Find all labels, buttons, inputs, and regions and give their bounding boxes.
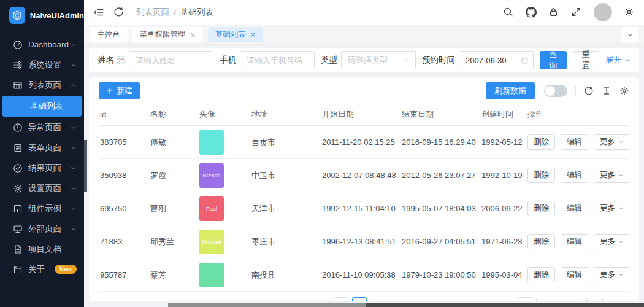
cell-end-date: 1995-05-07 18:04:03: [401, 192, 480, 225]
row-height-icon[interactable]: [602, 86, 611, 96]
reload-icon[interactable]: [113, 7, 125, 18]
sidebar-item-form-pages[interactable]: 表单页面: [0, 138, 84, 158]
name-input[interactable]: [129, 51, 213, 69]
date-picker[interactable]: [459, 51, 534, 69]
breadcrumb-parent[interactable]: 列表页面: [136, 7, 169, 18]
prev-page-button[interactable]: [334, 297, 348, 301]
cell-name: 罗霞: [149, 159, 198, 192]
edit-button[interactable]: 编辑: [561, 201, 588, 216]
close-icon[interactable]: [250, 32, 256, 37]
user-avatar[interactable]: [594, 3, 612, 21]
page-number[interactable]: 2: [370, 297, 385, 301]
table-toolbar: 新建 刷新数据: [99, 82, 629, 99]
jump-input[interactable]: [602, 297, 629, 301]
edit-button[interactable]: 编辑: [561, 234, 588, 249]
delete-button[interactable]: 删除: [527, 168, 555, 183]
page-number[interactable]: 1: [352, 297, 367, 301]
chevron-down-icon: [71, 125, 77, 131]
column-settings-gear-icon[interactable]: [619, 86, 629, 96]
page-number[interactable]: 6: [444, 297, 459, 301]
type-select-placeholder: 请选择类型: [348, 55, 388, 66]
more-button[interactable]: 更多: [594, 267, 629, 282]
edit-button[interactable]: 编辑: [561, 168, 588, 183]
sidebar-item-result-pages[interactable]: 结果页面: [0, 158, 84, 178]
refresh-data-button[interactable]: 刷新数据: [486, 82, 535, 99]
logo[interactable]: NaiveUiAdmin: [0, 0, 84, 31]
sidebar-item-basic-list[interactable]: 基础列表: [2, 96, 82, 117]
more-button[interactable]: 更多: [594, 168, 629, 183]
sidebar-item-component-examples[interactable]: 组件示例: [0, 198, 84, 219]
delete-button[interactable]: 删除: [527, 134, 555, 150]
more-button[interactable]: 更多: [594, 201, 629, 216]
calendar-icon: [521, 56, 529, 64]
sidebar-item-system-settings[interactable]: 系统设置: [0, 55, 84, 75]
search-icon[interactable]: [503, 7, 514, 18]
sidebar-item-project-docs[interactable]: 项目文档: [0, 239, 84, 259]
cell-actions: 删除编辑更多: [526, 225, 629, 258]
chevron-down-icon: [71, 62, 77, 68]
settings-gear-icon[interactable]: [624, 7, 635, 18]
cell-id: 71883: [99, 225, 149, 258]
name-label: 姓名: [98, 55, 125, 66]
avatar: Paul: [199, 196, 224, 221]
menu-collapse-icon[interactable]: [93, 7, 104, 18]
pagination: 1 2 3 4 5 6 7 ··· 60 10 / 页 跳至: [99, 292, 629, 301]
toggle-switch[interactable]: [544, 85, 567, 97]
delete-button[interactable]: 删除: [527, 201, 555, 216]
github-icon[interactable]: [526, 7, 537, 18]
sidebar-item-label: 异常页面: [28, 122, 71, 133]
cell-actions: 删除编辑更多: [526, 126, 629, 159]
tab-basic-list[interactable]: 基础列表: [208, 27, 263, 42]
chevron-down-icon: [71, 165, 77, 171]
chevron-down-icon: [618, 239, 624, 244]
search-button[interactable]: 查询: [540, 51, 567, 69]
reset-button[interactable]: 重置: [573, 51, 600, 69]
more-button[interactable]: 更多: [594, 234, 629, 249]
next-page-button[interactable]: [518, 297, 532, 301]
sidebar-item-exception-pages[interactable]: 异常页面: [0, 117, 84, 138]
sidebar-item-list-pages[interactable]: 列表页面: [0, 75, 84, 95]
close-icon[interactable]: [190, 32, 196, 37]
table-row: 383705 傅敏 自贡市 2011-11-20 02:15:25 2016-0…: [99, 126, 629, 159]
horizontal-scrollbar[interactable]: [168, 303, 644, 307]
sidebar-item-settings-pages[interactable]: 设置页面: [0, 178, 84, 198]
lock-icon[interactable]: [548, 7, 559, 18]
cell-created: 1971-06-28: [480, 225, 526, 258]
scrollbar-thumb[interactable]: [168, 303, 366, 307]
sidebar-item-dashboard[interactable]: Dashboard: [0, 34, 84, 55]
refresh-icon[interactable]: [584, 86, 594, 96]
cell-end-date: 1979-10-23 19:00:50: [401, 258, 480, 292]
delete-button[interactable]: 删除: [527, 234, 555, 249]
tab-dashboard[interactable]: 主控台: [90, 27, 128, 42]
cell-address: 南投县: [250, 258, 321, 292]
expand-link[interactable]: 展开: [605, 55, 631, 66]
help-icon[interactable]: [117, 56, 125, 64]
page-number[interactable]: 4: [407, 297, 422, 301]
delete-button[interactable]: 删除: [527, 267, 555, 282]
edit-button[interactable]: 编辑: [561, 134, 588, 150]
tab-menu-permissions[interactable]: 菜单权限管理: [132, 27, 203, 42]
column-header-avatar: 头像: [198, 104, 250, 126]
page-number[interactable]: 7: [462, 297, 477, 301]
vertical-scrollbar[interactable]: [84, 140, 87, 192]
phone-label: 手机: [220, 55, 236, 66]
page-number[interactable]: 60: [499, 297, 514, 301]
fullscreen-icon[interactable]: [571, 7, 582, 18]
sidebar-item-external-pages[interactable]: 外部页面: [0, 219, 84, 239]
tab-label: 主控台: [97, 29, 120, 40]
page-size-select[interactable]: 10 / 页: [536, 297, 578, 301]
tab-options-button[interactable]: [621, 27, 638, 42]
phone-input[interactable]: [240, 51, 315, 69]
create-button[interactable]: 新建: [99, 82, 140, 99]
table-row: 955787 蔡芳 南投县 2016-11-10 09:05:38 1979-1…: [99, 258, 629, 292]
type-select[interactable]: 请选择类型: [341, 51, 416, 69]
sidebar-item-about[interactable]: 关于 New: [0, 259, 84, 279]
page-number[interactable]: 3: [389, 297, 404, 301]
edit-button[interactable]: 编辑: [561, 267, 588, 282]
cell-id: 695750: [99, 192, 149, 225]
avatar: [199, 130, 224, 155]
page-number[interactable]: 5: [426, 297, 440, 301]
more-button[interactable]: 更多: [594, 134, 629, 150]
cell-address: 枣庄市: [250, 225, 321, 258]
cell-created: 1995-03-04: [480, 258, 526, 292]
